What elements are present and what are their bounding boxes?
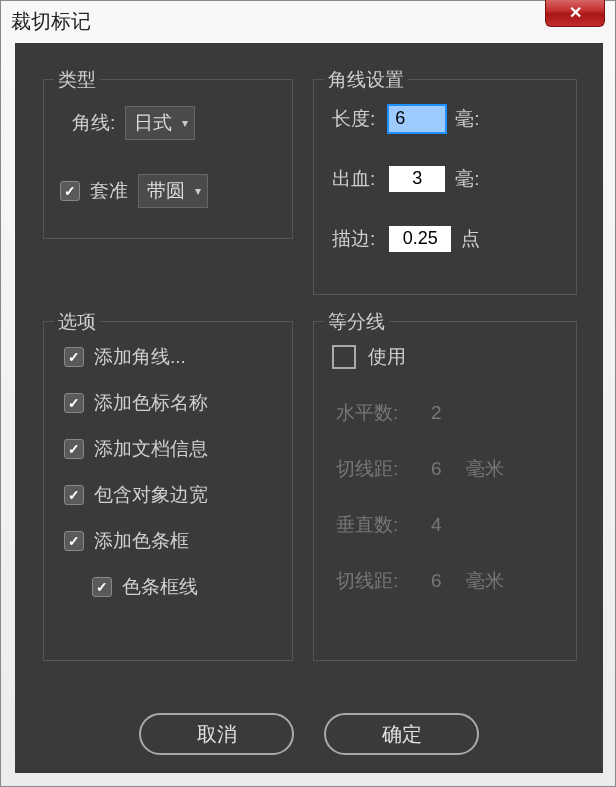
dialog-buttons: 取消 确定 xyxy=(15,713,603,755)
option-label: 添加角线... xyxy=(94,344,186,370)
h-dist-label: 切线距: xyxy=(336,456,398,482)
option-item: ✓ 添加色标名称 xyxy=(64,390,208,416)
option-label: 添加色标名称 xyxy=(94,390,208,416)
option-checkbox[interactable]: ✓ xyxy=(64,531,84,551)
length-input[interactable]: 6 xyxy=(389,106,445,132)
fieldset-options: 选项 ✓ 添加角线... ✓ 添加色标名称 ✓ 添加文档信息 ✓ 包含对象边宽 xyxy=(43,321,293,661)
option-item: ✓ 添加角线... xyxy=(64,344,208,370)
v-count-input: 4 xyxy=(416,514,456,536)
v-dist-label: 切线距: xyxy=(336,568,398,594)
option-item: ✓ 色条框线 xyxy=(92,574,208,600)
register-style-select[interactable]: 带圆 ▾ xyxy=(138,174,208,208)
length-label: 长度: xyxy=(332,106,375,132)
h-count-label: 水平数: xyxy=(336,400,398,426)
ok-button[interactable]: 确定 xyxy=(324,713,479,755)
stroke-value: 0.25 xyxy=(403,228,438,248)
corner-style-select[interactable]: 日式 ▾ xyxy=(125,106,195,140)
option-checkbox[interactable]: ✓ xyxy=(64,485,84,505)
register-checkbox[interactable]: ✓ xyxy=(60,181,80,201)
h-dist-unit: 毫米 xyxy=(466,456,504,482)
stroke-unit: 点 xyxy=(461,226,480,252)
corner-style-label: 角线: xyxy=(72,110,115,136)
option-checkbox[interactable]: ✓ xyxy=(64,439,84,459)
legend-corner-settings: 角线设置 xyxy=(324,67,408,93)
close-icon: ✕ xyxy=(569,3,582,22)
option-checkbox[interactable]: ✓ xyxy=(64,393,84,413)
fieldset-type: 类型 角线: 日式 ▾ ✓ 套准 带圆 ▾ xyxy=(43,79,293,239)
option-label: 添加文档信息 xyxy=(94,436,208,462)
register-style-value: 带圆 xyxy=(147,180,185,201)
register-label: 套准 xyxy=(90,178,128,204)
length-value: 6 xyxy=(395,108,405,128)
chevron-down-icon: ▾ xyxy=(195,184,201,198)
option-label: 包含对象边宽 xyxy=(94,482,208,508)
v-dist-unit: 毫米 xyxy=(466,568,504,594)
titlebar: 裁切标记 ✕ xyxy=(1,1,615,41)
chevron-down-icon: ▾ xyxy=(182,116,188,130)
legend-type: 类型 xyxy=(54,67,100,93)
option-item: ✓ 包含对象边宽 xyxy=(64,482,208,508)
h-count-input: 2 xyxy=(416,402,456,424)
dialog-window: 裁切标记 ✕ 类型 角线: 日式 ▾ ✓ 套准 带圆 ▾ xyxy=(0,0,616,787)
bleed-label: 出血: xyxy=(332,166,375,192)
cancel-button[interactable]: 取消 xyxy=(139,713,294,755)
fieldset-corner-settings: 角线设置 长度: 6 毫: 出血: 3 毫: 描边: 0.25 点 xyxy=(313,79,577,295)
corner-style-value: 日式 xyxy=(134,112,172,133)
v-dist-input: 6 xyxy=(416,570,456,592)
v-count-label: 垂直数: xyxy=(336,512,398,538)
use-dividers-checkbox[interactable] xyxy=(332,345,356,369)
stroke-label: 描边: xyxy=(332,226,375,252)
option-label: 添加色条框 xyxy=(94,528,189,554)
bleed-input[interactable]: 3 xyxy=(389,166,445,192)
h-dist-input: 6 xyxy=(416,458,456,480)
cancel-label: 取消 xyxy=(197,721,237,748)
stroke-input[interactable]: 0.25 xyxy=(389,226,451,252)
option-item: ✓ 添加文档信息 xyxy=(64,436,208,462)
option-checkbox[interactable]: ✓ xyxy=(64,347,84,367)
close-button[interactable]: ✕ xyxy=(545,0,605,27)
length-unit: 毫: xyxy=(455,106,479,132)
legend-options: 选项 xyxy=(54,309,100,335)
dialog-content: 类型 角线: 日式 ▾ ✓ 套准 带圆 ▾ 角线设置 长度: xyxy=(15,43,603,773)
bleed-unit: 毫: xyxy=(455,166,479,192)
options-list: ✓ 添加角线... ✓ 添加色标名称 ✓ 添加文档信息 ✓ 包含对象边宽 ✓ xyxy=(64,344,208,620)
ok-label: 确定 xyxy=(382,721,422,748)
use-dividers-label: 使用 xyxy=(368,344,406,370)
window-title: 裁切标记 xyxy=(11,8,91,35)
bleed-value: 3 xyxy=(412,168,422,188)
fieldset-dividers: 等分线 使用 水平数: 2 切线距: 6 毫米 垂直数: 4 切线距: 6 毫米 xyxy=(313,321,577,661)
legend-dividers: 等分线 xyxy=(324,309,389,335)
option-item: ✓ 添加色条框 xyxy=(64,528,208,554)
option-checkbox[interactable]: ✓ xyxy=(92,577,112,597)
option-label: 色条框线 xyxy=(122,574,198,600)
